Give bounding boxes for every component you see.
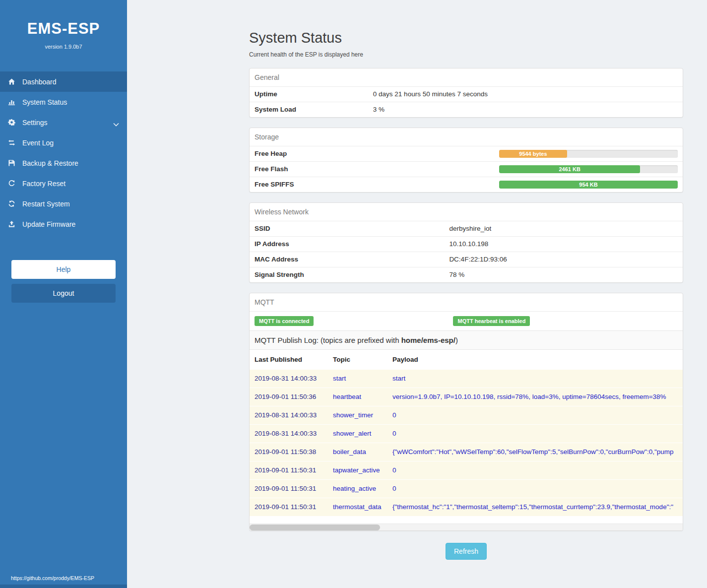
log-payload: 0 xyxy=(392,485,678,493)
log-topic: thermostat_data xyxy=(333,503,392,511)
home-icon xyxy=(8,78,22,85)
sidebar-item-label: Factory Reset xyxy=(22,180,65,188)
sidebar-item-dashboard[interactable]: Dashboard xyxy=(0,71,127,92)
log-payload: version=1.9.0b7, IP=10.10.10.198, rssid=… xyxy=(392,393,678,401)
free-flash-row: Free Flash 2461 KB xyxy=(250,161,683,177)
uptime-value: 0 days 21 hours 50 minutes 7 seconds xyxy=(373,90,488,98)
logout-button[interactable]: Logout xyxy=(11,284,116,303)
signal-strength-value: 78 % xyxy=(449,271,464,279)
storage-panel-header: Storage xyxy=(250,128,683,146)
system-load-value: 3 % xyxy=(373,106,385,114)
mqtt-publish-log-heading: MQTT Publish Log: (topics are prefixed w… xyxy=(250,330,683,350)
free-heap-value: 9544 bytes xyxy=(519,151,547,157)
sidebar-item-label: Update Firmware xyxy=(22,220,75,228)
ssid-row: SSID derbyshire_iot xyxy=(250,221,683,236)
sidebar-item-label: Backup & Restore xyxy=(22,159,78,167)
publish-log-suffix: ) xyxy=(455,336,458,344)
log-topic: shower_alert xyxy=(333,430,392,438)
log-topic: start xyxy=(333,375,392,383)
help-button[interactable]: Help xyxy=(11,260,116,279)
ip-address-label: IP Address xyxy=(255,240,449,248)
storage-panel: Storage Free Heap 9544 bytes Free Flash … xyxy=(249,128,683,193)
free-spiffs-label: Free SPIFFS xyxy=(255,181,294,189)
log-topic: heating_active xyxy=(333,485,392,493)
sidebar-item-label: Restart System xyxy=(22,200,70,208)
free-spiffs-value: 954 KB xyxy=(579,182,597,188)
horizontal-scrollbar[interactable] xyxy=(250,523,683,530)
free-spiffs-progress-fill: 954 KB xyxy=(499,181,678,189)
github-link[interactable]: https://github.com/proddy/EMS-ESP xyxy=(11,575,94,581)
free-heap-progress-fill: 9544 bytes xyxy=(499,150,567,158)
log-topic: boiler_data xyxy=(333,448,392,456)
mac-address-value: DC:4F:22:1D:93:06 xyxy=(449,256,507,263)
mac-address-row: MAC Address DC:4F:22:1D:93:06 xyxy=(250,252,683,267)
signal-strength-row: Signal Strength 78 % xyxy=(250,267,683,282)
sidebar-item-update-firmware[interactable]: Update Firmware xyxy=(0,214,127,234)
scrollbar-thumb[interactable] xyxy=(250,524,380,530)
log-published: 2019-08-31 14:00:33 xyxy=(255,430,333,438)
uptime-row: Uptime 0 days 21 hours 50 minutes 7 seco… xyxy=(250,86,683,102)
gear-icon xyxy=(8,119,22,126)
uptime-label: Uptime xyxy=(255,90,373,98)
wireless-panel-header: Wireless Network xyxy=(250,203,683,221)
table-row: 2019-08-31 14:00:33 start start xyxy=(250,370,683,388)
main-content: System Status Current health of the ESP … xyxy=(249,30,683,560)
log-published: 2019-09-01 11:50:31 xyxy=(255,466,333,474)
free-flash-label: Free Flash xyxy=(255,165,288,173)
page-title: System Status xyxy=(249,30,683,46)
log-published: 2019-09-01 11:50:31 xyxy=(255,485,333,493)
sidebar-item-system-status[interactable]: System Status xyxy=(0,92,127,112)
sidebar-item-label: Event Log xyxy=(22,139,54,147)
log-published: 2019-09-01 11:50:36 xyxy=(255,393,333,401)
log-published: 2019-09-01 11:50:31 xyxy=(255,503,333,511)
log-topic: heartbeat xyxy=(333,393,392,401)
free-heap-row: Free Heap 9544 bytes xyxy=(250,146,683,161)
bar-chart-icon xyxy=(8,98,22,106)
publish-log-topic-prefix: home/ems-esp/ xyxy=(401,336,455,344)
system-load-row: System Load 3 % xyxy=(250,102,683,117)
exchange-arrows-icon xyxy=(8,139,22,146)
table-row: 2019-08-31 14:00:33 shower_alert 0 xyxy=(250,425,683,443)
upload-icon xyxy=(8,220,22,228)
general-panel-header: General xyxy=(250,68,683,86)
table-row: 2019-08-31 14:00:33 shower_timer 0 xyxy=(250,406,683,425)
free-flash-value: 2461 KB xyxy=(559,166,580,172)
chevron-down-icon xyxy=(113,120,119,128)
ip-address-value: 10.10.10.198 xyxy=(449,240,488,248)
publish-log-text: MQTT Publish Log: (topics are prefixed w… xyxy=(255,336,401,344)
table-row: 2019-09-01 11:50:31 heating_active 0 xyxy=(250,480,683,498)
header-payload: Payload xyxy=(392,356,678,364)
refresh-button[interactable]: Refresh xyxy=(446,543,487,560)
app-title: EMS-ESP xyxy=(0,20,127,38)
app-version: version 1.9.0b7 xyxy=(0,44,127,50)
ip-address-row: IP Address 10.10.10.198 xyxy=(250,236,683,252)
sidebar-item-settings[interactable]: Settings xyxy=(0,112,127,132)
table-row: 2019-09-01 11:50:31 thermostat_data {"th… xyxy=(250,498,683,517)
log-payload: 0 xyxy=(392,430,678,438)
app-brand: EMS-ESP version 1.9.0b7 xyxy=(0,0,127,50)
sidebar-nav: Dashboard System Status Settings Event L… xyxy=(0,71,127,234)
log-payload: {"wWComfort":"Hot","wWSelTemp":60,"selFl… xyxy=(392,448,678,456)
mqtt-badges-row: MQTT is connected MQTT hearbeat is enabl… xyxy=(250,311,683,330)
mqtt-log-header-row: Last Published Topic Payload xyxy=(250,350,683,370)
mqtt-panel: MQTT MQTT is connected MQTT hearbeat is … xyxy=(249,293,683,531)
save-icon xyxy=(8,159,22,167)
mqtt-log-table: Last Published Topic Payload 2019-08-31 … xyxy=(250,350,683,517)
free-flash-progress: 2461 KB xyxy=(499,165,678,173)
sidebar-item-factory-reset[interactable]: Factory Reset xyxy=(0,173,127,194)
free-heap-label: Free Heap xyxy=(255,150,287,158)
sidebar-item-event-log[interactable]: Event Log xyxy=(0,132,127,153)
sidebar-item-label: Dashboard xyxy=(22,78,57,86)
mqtt-connected-badge: MQTT is connected xyxy=(255,316,314,326)
signal-strength-label: Signal Strength xyxy=(255,271,449,279)
ssid-label: SSID xyxy=(255,225,449,233)
reset-icon xyxy=(8,180,22,187)
sidebar-item-backup-restore[interactable]: Backup & Restore xyxy=(0,153,127,173)
header-last-published: Last Published xyxy=(255,356,333,364)
log-topic: shower_timer xyxy=(333,411,392,419)
page-subtitle: Current health of the ESP is displayed h… xyxy=(249,51,683,58)
general-panel: General Uptime 0 days 21 hours 50 minute… xyxy=(249,68,683,118)
log-published: 2019-08-31 14:00:33 xyxy=(255,411,333,419)
sidebar-item-restart-system[interactable]: Restart System xyxy=(0,194,127,214)
log-published: 2019-08-31 14:00:33 xyxy=(255,375,333,383)
